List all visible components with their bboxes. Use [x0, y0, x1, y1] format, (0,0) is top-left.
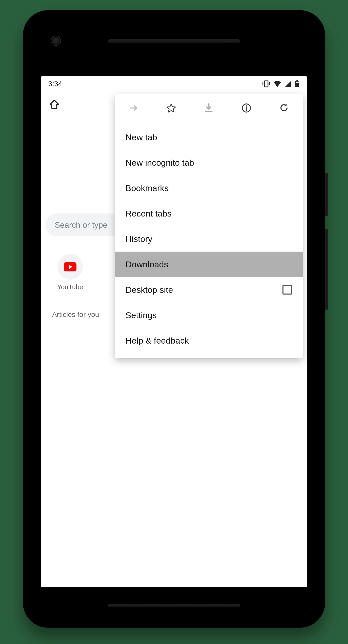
svg-rect-5: [296, 82, 299, 83]
menu-item-label: Bookmarks: [125, 183, 169, 193]
svg-rect-4: [296, 80, 298, 81]
menu-item-label: Recent tabs: [125, 209, 171, 219]
phone-ear-speaker: [108, 39, 240, 43]
wifi-icon: [273, 80, 281, 87]
menu-item-downloads[interactable]: Downloads: [115, 252, 303, 277]
menu-item-settings[interactable]: Settings: [115, 302, 303, 328]
menu-item-desktop-site[interactable]: Desktop site: [115, 277, 303, 302]
menu-item-new-tab[interactable]: New tab: [115, 125, 303, 150]
menu-item-label: Downloads: [125, 259, 168, 269]
phone-frame: 3:34: [23, 10, 325, 628]
svg-rect-0: [264, 81, 268, 87]
menu-item-history[interactable]: History: [115, 226, 303, 252]
refresh-icon[interactable]: [278, 102, 290, 114]
menu-item-label: Desktop site: [125, 285, 173, 295]
menu-item-recent-tabs[interactable]: Recent tabs: [115, 201, 303, 226]
forward-icon[interactable]: [128, 102, 139, 114]
menu-item-label: New tab: [125, 132, 157, 142]
home-icon[interactable]: [48, 98, 60, 110]
search-placeholder: Search or type: [55, 220, 107, 230]
svg-point-8: [246, 105, 247, 107]
desktop-site-checkbox[interactable]: [282, 285, 292, 295]
star-icon[interactable]: [166, 102, 177, 114]
menu-list: New tabNew incognito tabBookmarksRecent …: [115, 122, 303, 358]
menu-icon-row: [115, 94, 303, 122]
shortcut-label: YouTube: [57, 283, 83, 291]
youtube-icon: [57, 254, 83, 280]
overflow-menu: New tabNew incognito tabBookmarksRecent …: [115, 94, 303, 358]
menu-item-new-incognito-tab[interactable]: New incognito tab: [115, 150, 303, 175]
phone-camera: [51, 36, 61, 46]
phone-side-button: [325, 173, 328, 216]
menu-item-label: Help & feedback: [125, 336, 189, 346]
phone-side-button: [325, 229, 328, 310]
menu-item-help-feedback[interactable]: Help & feedback: [115, 328, 303, 353]
status-icons: [262, 80, 300, 88]
download-icon[interactable]: [203, 102, 214, 114]
articles-label: Articles for you: [52, 311, 99, 319]
info-icon[interactable]: [241, 102, 252, 114]
menu-item-label: History: [125, 234, 152, 244]
battery-icon: [295, 80, 300, 88]
screen: 3:34: [41, 76, 307, 587]
phone-chin-speaker: [108, 604, 240, 607]
menu-item-label: Settings: [125, 310, 157, 320]
vibrate-icon: [262, 80, 270, 87]
status-time: 3:34: [48, 80, 62, 88]
status-bar: 3:34: [41, 76, 307, 91]
menu-item-label: New incognito tab: [125, 158, 194, 168]
cellular-icon: [284, 80, 292, 87]
menu-item-bookmarks[interactable]: Bookmarks: [115, 175, 303, 201]
shortcut-youtube[interactable]: YouTube: [57, 254, 83, 291]
